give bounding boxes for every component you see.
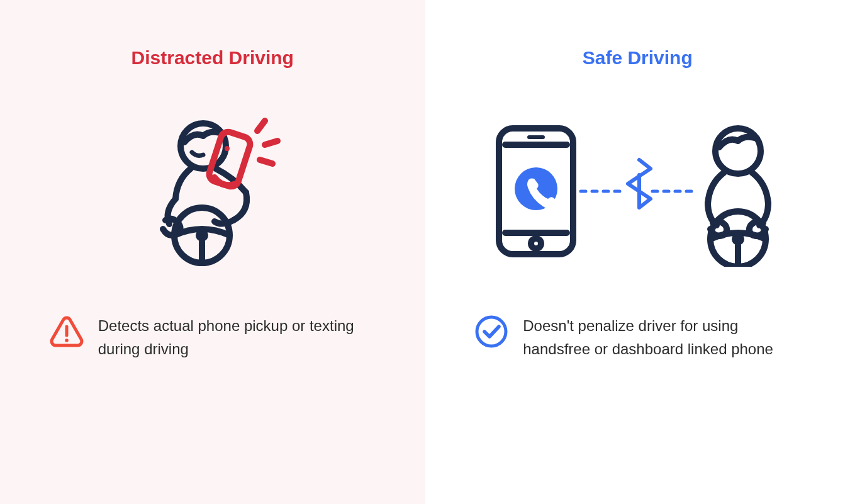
safe-driving-illustration: [469, 106, 807, 270]
svg-point-9: [65, 339, 69, 342]
distracted-driving-illustration: [44, 106, 381, 270]
safe-desc-row: Doesn't penalize driver for using handsf…: [474, 314, 801, 361]
svg-point-21: [477, 317, 506, 346]
distracted-desc-row: Detects actual phone pickup or texting d…: [49, 314, 376, 361]
driver-phone-icon: [134, 109, 291, 267]
safe-desc-text: Doesn't penalize driver for using handsf…: [523, 314, 801, 361]
svg-point-4: [225, 146, 230, 151]
svg-point-13: [531, 238, 541, 249]
safe-driving-panel: Safe Driving: [425, 0, 851, 504]
distracted-driving-title: Distracted Driving: [44, 47, 381, 69]
svg-line-7: [260, 160, 272, 164]
checkmark-circle-icon: [474, 314, 509, 349]
distracted-desc-text: Detects actual phone pickup or texting d…: [98, 314, 376, 361]
warning-icon: [49, 314, 84, 349]
svg-line-6: [265, 141, 277, 145]
safe-driving-title: Safe Driving: [469, 47, 807, 69]
handsfree-icon: [486, 109, 788, 267]
svg-line-5: [257, 121, 265, 131]
distracted-driving-panel: Distracted Driving: [0, 0, 425, 504]
